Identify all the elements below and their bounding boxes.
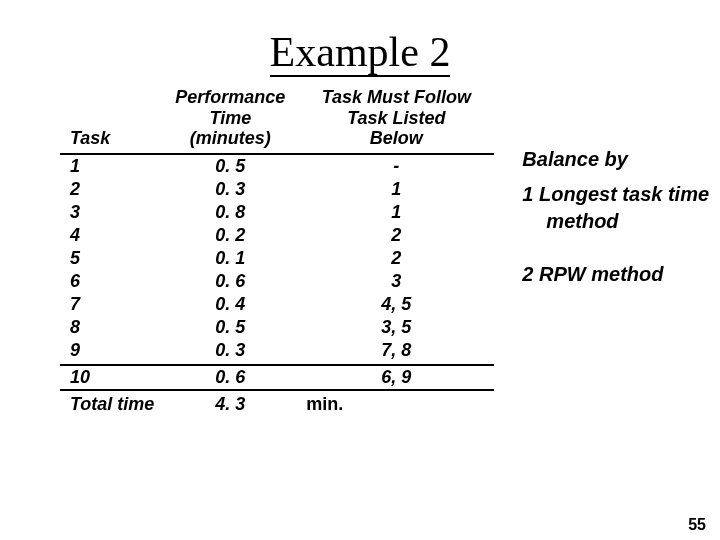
table-row: 100. 66, 9	[60, 365, 494, 390]
table-row: 80. 53, 5	[60, 316, 494, 339]
table-row: 40. 22	[60, 224, 494, 247]
task-table-wrap: Task Performance Time (minutes) Task Mus…	[60, 86, 494, 416]
total-label: Total time	[60, 390, 162, 416]
side-notes: Balance by 1 Longest task time method 2 …	[494, 86, 709, 288]
total-unit: min.	[298, 390, 494, 416]
slide-title: Example 2	[0, 0, 720, 86]
table-row: 90. 37, 8	[60, 339, 494, 365]
header-task: Task	[60, 86, 162, 154]
title-text: Example 2	[270, 29, 451, 77]
table-row: 20. 31	[60, 178, 494, 201]
header-follow: Task Must Follow Task Listed Below	[298, 86, 494, 154]
table-row: 30. 81	[60, 201, 494, 224]
task-table: Task Performance Time (minutes) Task Mus…	[60, 86, 494, 416]
slide: Example 2 Task Performance Time (minutes…	[0, 0, 720, 540]
total-value: 4. 3	[162, 390, 298, 416]
page-number: 55	[688, 516, 706, 534]
balance-by-label: Balance by	[522, 146, 709, 173]
table-row: 70. 44, 5	[60, 293, 494, 316]
table-row: 50. 12	[60, 247, 494, 270]
table-row: 60. 63	[60, 270, 494, 293]
table-row: 10. 5-	[60, 154, 494, 178]
table-header-row: Task Performance Time (minutes) Task Mus…	[60, 86, 494, 154]
method-1: 1 Longest task time method	[522, 181, 709, 235]
header-time: Performance Time (minutes)	[162, 86, 298, 154]
method-2: 2 RPW method	[522, 261, 709, 288]
total-row: Total time 4. 3 min.	[60, 390, 494, 416]
content-row: Task Performance Time (minutes) Task Mus…	[0, 86, 720, 416]
table-body: 10. 5- 20. 31 30. 81 40. 22 50. 12 60. 6…	[60, 154, 494, 416]
